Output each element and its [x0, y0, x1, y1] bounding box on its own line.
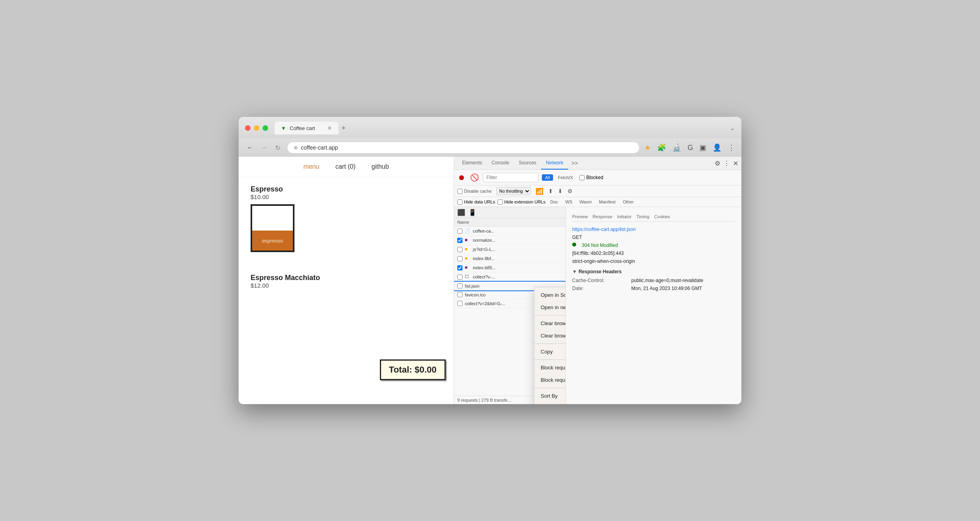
- tab-response[interactable]: Response: [593, 214, 612, 219]
- devtools-close-icon[interactable]: ✕: [733, 160, 738, 167]
- date-key: Date:: [572, 286, 628, 291]
- tab-preview[interactable]: Preview: [572, 214, 588, 219]
- back-button[interactable]: ←: [245, 142, 255, 153]
- request-checkbox[interactable]: [457, 292, 462, 297]
- devtools-more-icon[interactable]: ⋮: [723, 160, 730, 167]
- disable-cache-checkbox[interactable]: [457, 189, 462, 194]
- context-menu-open-tab[interactable]: Open in new tab: [534, 301, 566, 314]
- collapse-arrow-icon[interactable]: ▼: [572, 269, 577, 274]
- eyedropper-icon[interactable]: 🔬: [672, 143, 681, 152]
- filter-row: Hide data URLs Hide extension URLs Doc W…: [454, 197, 741, 207]
- upload-icon[interactable]: ⬆: [548, 188, 553, 194]
- tab-elements[interactable]: Elements: [457, 157, 487, 170]
- request-checkbox[interactable]: [457, 283, 462, 288]
- detail-address-row: [64:ff9b::4b02:3c05]:443: [572, 251, 735, 256]
- record-button[interactable]: ⏺: [457, 173, 466, 183]
- hide-ext-urls-checkbox[interactable]: [498, 199, 503, 205]
- request-item-coffee-ca[interactable]: 📄 coffee-ca...: [454, 227, 565, 236]
- context-menu-clear-cookies[interactable]: Clear browser cookies: [534, 330, 566, 342]
- product-list: Espresso $10.00 espresso Espresso Macchi…: [239, 177, 454, 306]
- tab-dropdown-button[interactable]: ⌄: [730, 125, 735, 131]
- context-menu-clear-cache[interactable]: Clear browser cache: [534, 317, 566, 330]
- active-tab[interactable]: ▼ Coffee cart ✕: [275, 122, 338, 134]
- filter-fetch[interactable]: Fetch/X: [555, 174, 576, 181]
- tab-network[interactable]: Network: [541, 157, 568, 170]
- inspect-icon[interactable]: ⬛: [457, 209, 465, 216]
- extensions-icon[interactable]: 🧩: [657, 143, 666, 152]
- devtools-settings-icon[interactable]: ⚙: [715, 160, 720, 167]
- context-menu-header-options[interactable]: Header Options ▶: [534, 402, 566, 404]
- filter-ws[interactable]: WS: [563, 199, 575, 205]
- new-tab-button[interactable]: +: [342, 124, 346, 132]
- request-checkbox[interactable]: [457, 265, 462, 270]
- split-icon[interactable]: ▣: [699, 143, 706, 152]
- request-other-icon: ☐: [465, 274, 470, 280]
- filter-types: All Fetch/X: [542, 174, 576, 181]
- maximize-button[interactable]: [263, 125, 268, 131]
- filter-manifest[interactable]: Manifest: [597, 199, 618, 205]
- close-button[interactable]: [245, 125, 251, 131]
- context-label: Open in Sources panel: [541, 292, 566, 298]
- browser-window: ▼ Coffee cart ✕ + ⌄ ← → ↻ ⊕ coffee-cart.…: [239, 117, 741, 404]
- forward-button[interactable]: →: [259, 142, 269, 153]
- devtools-settings2-icon[interactable]: ⚙: [567, 188, 573, 194]
- name-column-header: Name: [457, 220, 562, 225]
- context-menu-block-domain[interactable]: Block request domain: [534, 374, 566, 386]
- cup-body: espresso: [251, 204, 294, 252]
- tab-console[interactable]: Console: [487, 157, 514, 170]
- reload-button[interactable]: ↻: [274, 142, 282, 153]
- nav-menu-link[interactable]: menu: [303, 163, 319, 170]
- cache-control-row: Cache-Control: public,max-age=0,must-rev…: [572, 278, 735, 283]
- context-menu-copy[interactable]: Copy ▶: [534, 345, 566, 358]
- profile-icon[interactable]: 👤: [713, 143, 721, 152]
- bookmark-icon[interactable]: ★: [644, 143, 651, 152]
- context-label: Sort By: [541, 393, 558, 399]
- request-item-normalize[interactable]: ■ normalize...: [454, 236, 565, 245]
- filter-all[interactable]: All: [542, 174, 553, 181]
- request-checkbox[interactable]: [457, 301, 462, 306]
- request-item-indexb85[interactable]: ■ index-b85...: [454, 263, 565, 272]
- request-checkbox[interactable]: [457, 229, 462, 234]
- traffic-lights: [245, 125, 268, 131]
- tab-cookies[interactable]: Cookies: [654, 214, 670, 219]
- devtools-tab-bar: Elements Console Sources Network >> ⚙ ⋮ …: [454, 157, 741, 170]
- tab-close-button[interactable]: ✕: [327, 125, 332, 131]
- context-menu-open-sources[interactable]: Open in Sources panel: [534, 289, 566, 301]
- device-icon[interactable]: 📱: [468, 209, 476, 216]
- clear-button[interactable]: 🚫: [469, 172, 480, 183]
- network-filter-input[interactable]: [483, 173, 539, 182]
- request-checkbox[interactable]: [457, 238, 462, 243]
- request-item-collectv[interactable]: ☐ collect?v-...: [454, 272, 565, 282]
- cache-control-value: public,max-age=0,must-revalidate: [631, 278, 735, 283]
- tab-initiator[interactable]: Initiator: [617, 214, 632, 219]
- minimize-button[interactable]: [254, 125, 259, 131]
- download-icon[interactable]: ⬇: [558, 188, 563, 194]
- address-input[interactable]: ⊕ coffee-cart.app: [287, 142, 640, 154]
- filter-wasm[interactable]: Wasm: [577, 199, 594, 205]
- request-css-icon: ■: [465, 237, 470, 243]
- nav-github-link[interactable]: github: [371, 163, 389, 170]
- request-item-jsid[interactable]: ■ js?id=G-L...: [454, 245, 565, 254]
- tab-timing[interactable]: Timing: [636, 214, 650, 219]
- toolbar-icons: ★ 🧩 🔬 G ▣ 👤 ⋮: [644, 143, 735, 152]
- request-item-index8bf[interactable]: ■ index-8bf...: [454, 254, 565, 263]
- devtools-toolbar-icons: ⚙ ⋮ ✕: [715, 160, 738, 167]
- request-checkbox[interactable]: [457, 274, 462, 280]
- details-panel: Preview Response Initiator Timing Cookie…: [566, 207, 741, 404]
- tab-sources[interactable]: Sources: [514, 157, 541, 170]
- product-price-macchiato: $12.00: [251, 282, 442, 289]
- more-tabs-button[interactable]: >>: [568, 157, 581, 170]
- menu-icon[interactable]: ⋮: [728, 143, 735, 152]
- context-menu-sort-by[interactable]: Sort By ▶: [534, 390, 566, 402]
- request-checkbox[interactable]: [457, 256, 462, 261]
- translate-icon[interactable]: G: [688, 144, 693, 152]
- context-menu-block-url[interactable]: Block request URL: [534, 361, 566, 374]
- throttle-select[interactable]: No throttling: [496, 187, 531, 195]
- filter-doc[interactable]: Doc: [548, 199, 561, 205]
- context-label: Clear browser cookies: [541, 333, 566, 339]
- request-checkbox[interactable]: [457, 247, 462, 252]
- blocked-checkbox[interactable]: [579, 175, 585, 180]
- hide-data-urls-checkbox[interactable]: [457, 199, 462, 205]
- filter-other[interactable]: Other: [620, 199, 636, 205]
- nav-cart-link[interactable]: cart (0): [335, 163, 356, 170]
